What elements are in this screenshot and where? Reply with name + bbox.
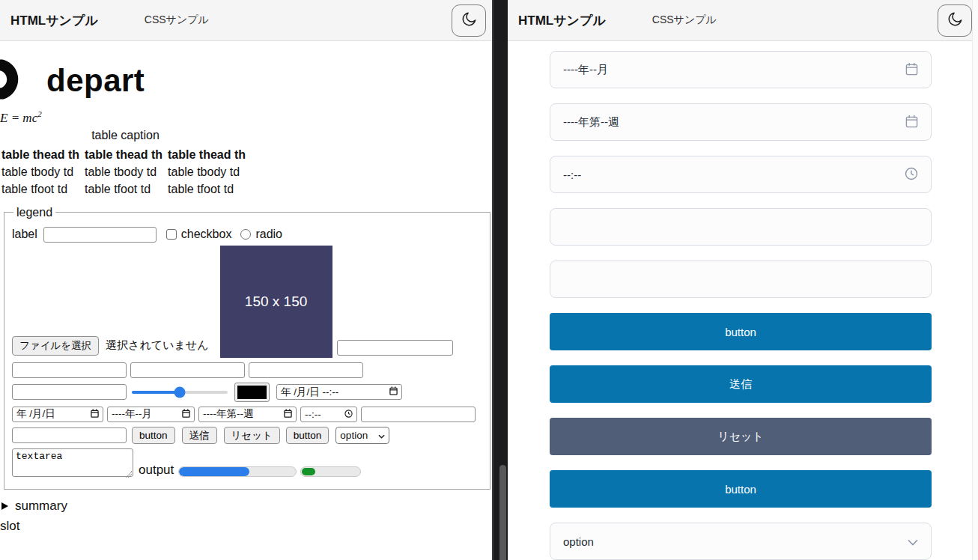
table-foot-cell: table tfoot td — [85, 182, 166, 197]
placeholder-image-text: 150 x 150 — [245, 293, 307, 310]
depart-d-logo — [0, 59, 34, 103]
generic-button[interactable]: button — [550, 470, 932, 508]
text-input[interactable] — [249, 362, 363, 378]
table-body-cell: table tbody td — [1, 165, 83, 180]
reset-button[interactable]: リセット — [224, 427, 280, 444]
reset-button[interactable]: リセット — [550, 418, 932, 455]
moon-icon — [461, 10, 478, 31]
logo: depart — [0, 59, 492, 103]
checkbox-label: checkbox — [181, 228, 232, 241]
page-title: HTMLサンプル — [518, 12, 606, 29]
left-header: HTMLサンプル CSSサンプル — [0, 0, 492, 41]
right-header: HTMLサンプル CSSサンプル — [508, 0, 978, 41]
window-divider — [492, 0, 508, 560]
html-sample-panel: HTMLサンプル CSSサンプル depart E = mc2 table ca… — [0, 0, 492, 560]
form-fieldset: legend label checkbox radio ファイルを選択 選択され… — [4, 206, 490, 490]
dates-row: 年 /月/日 ----年--月 -- — [12, 407, 482, 422]
month-input[interactable]: ----年--月 — [550, 51, 932, 88]
generic-button[interactable]: button — [132, 427, 175, 444]
color-swatch — [237, 386, 267, 399]
table-body-cell: table tbody td — [168, 165, 249, 180]
clock-icon — [344, 409, 353, 420]
calendar-icon — [182, 409, 190, 420]
submit-button[interactable]: 送信 — [182, 427, 217, 444]
text-input[interactable] — [550, 208, 932, 246]
file-status-text: 選択されていません — [106, 338, 208, 353]
disclosure-triangle-icon — [1, 502, 8, 510]
range-color-row: 年 /月/日 --:-- — [12, 383, 482, 402]
time-input[interactable]: --:-- — [550, 156, 932, 193]
left-content: depart E = mc2 table caption table thead… — [0, 59, 492, 534]
page-title: HTMLサンプル — [10, 12, 98, 29]
scrollbar-thumb[interactable] — [499, 465, 506, 560]
radio-label: radio — [255, 228, 282, 241]
range-fill — [132, 391, 180, 394]
calendar-icon — [905, 115, 918, 130]
table-head-cell: table thead th — [85, 147, 166, 162]
buttons-row: button 送信 リセット button option — [12, 427, 482, 444]
table-head-cell: table thead th — [168, 147, 249, 162]
text-inputs-row — [12, 362, 482, 378]
select-dropdown[interactable]: option — [550, 523, 932, 560]
text-input[interactable] — [337, 340, 453, 356]
output-label: output — [139, 463, 174, 478]
table-head-row: table thead th table thead th table thea… — [1, 147, 249, 162]
text-input[interactable] — [130, 362, 245, 378]
file-select-button[interactable]: ファイルを選択 — [12, 336, 99, 356]
table-foot-cell: table tfoot td — [1, 182, 83, 197]
meter — [300, 466, 361, 477]
generic-button[interactable]: button — [550, 313, 932, 350]
select-dropdown[interactable]: option — [335, 427, 389, 444]
scrollbar-gutter[interactable] — [972, 0, 978, 560]
nav-link-css-sample[interactable]: CSSサンプル — [145, 13, 209, 27]
table-body-cell: table tbody td — [85, 165, 166, 180]
textarea[interactable]: textarea — [12, 448, 133, 477]
chevron-down-icon — [908, 535, 918, 548]
checkbox[interactable] — [166, 229, 177, 240]
text-input[interactable] — [12, 384, 127, 400]
table-foot-cell: table tfoot td — [168, 182, 249, 197]
table-body-row: table tbody td table tbody td table tbod… — [1, 165, 249, 180]
radio-button[interactable] — [240, 229, 251, 240]
table-head-cell: table thead th — [1, 147, 83, 162]
text-input[interactable] — [43, 227, 157, 243]
week-input[interactable]: ----年第--週 — [198, 407, 297, 422]
label-row: label checkbox radio — [12, 227, 482, 243]
file-input: ファイルを選択 選択されていません — [12, 336, 209, 356]
math-formula: E = mc2 — [0, 109, 492, 126]
text-input[interactable] — [361, 407, 476, 422]
nav-link-css-sample[interactable]: CSSサンプル — [652, 13, 717, 27]
range-slider[interactable] — [132, 386, 228, 398]
media-row: ファイルを選択 選択されていません 150 x 150 — [12, 246, 482, 358]
time-input[interactable]: --:-- — [300, 407, 357, 422]
theme-toggle-button[interactable] — [938, 4, 972, 37]
css-sample-panel: HTMLサンプル CSSサンプル ----年--月 ----年第--週 — [508, 0, 978, 560]
moon-icon — [947, 10, 964, 31]
table-caption: table caption — [0, 127, 251, 145]
month-input[interactable]: ----年--月 — [107, 407, 195, 422]
output-row: textarea output — [12, 448, 482, 480]
logo-text: depart — [46, 63, 145, 99]
generic-button[interactable]: button — [286, 427, 329, 444]
text-input[interactable] — [550, 261, 932, 298]
text-input[interactable] — [12, 362, 127, 378]
calendar-icon — [284, 409, 292, 420]
calendar-icon — [389, 386, 398, 398]
meter-fill — [302, 468, 315, 475]
slot-text: slot — [0, 519, 492, 534]
range-thumb[interactable] — [174, 386, 186, 398]
date-input[interactable]: 年 /月/日 — [12, 407, 103, 422]
color-input[interactable] — [234, 383, 270, 402]
progress-fill — [179, 467, 249, 476]
resize-handle[interactable] — [125, 471, 132, 478]
details-summary[interactable]: summary — [1, 499, 492, 514]
clock-icon — [905, 167, 918, 183]
datetime-local-input[interactable]: 年 /月/日 --:-- — [276, 384, 402, 400]
text-input[interactable] — [12, 427, 127, 443]
progress-bar — [178, 466, 297, 477]
week-input[interactable]: ----年第--週 — [550, 103, 932, 141]
submit-button[interactable]: 送信 — [550, 365, 932, 403]
theme-toggle-button[interactable] — [452, 4, 486, 37]
placeholder-image: 150 x 150 — [220, 246, 332, 358]
table-foot-row: table tfoot td table tfoot td table tfoo… — [1, 182, 249, 197]
